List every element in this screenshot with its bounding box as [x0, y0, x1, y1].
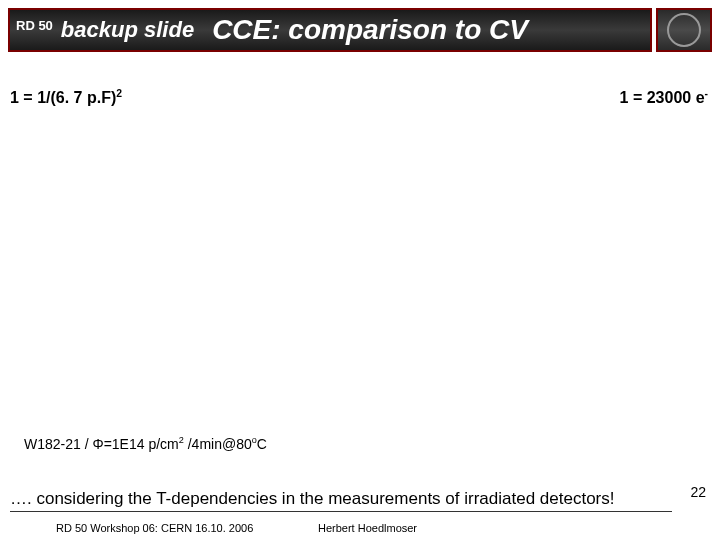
sample-spec-line: W182-21 / Φ=1E14 p/cm2 /4min@80oC	[24, 435, 267, 452]
slide-title: CCE: comparison to CV	[212, 14, 528, 46]
left-eq-exponent: 2	[116, 88, 122, 99]
right-eq-sup: -	[705, 88, 708, 99]
footer-author: Herbert Hoedlmoser	[318, 522, 417, 534]
cern-logo	[656, 8, 712, 52]
title-bar: RD 50 backup slide CCE: comparison to CV	[8, 8, 652, 52]
sample-p2: /4min@80	[184, 436, 252, 452]
backup-slide-label: backup slide	[61, 17, 194, 43]
left-eq-base: 1 = 1/(6. 7 p.F)	[10, 89, 116, 106]
footnote-text: …. considering the T-dependencies in the…	[10, 488, 672, 512]
footer-event: RD 50 Workshop 06: CERN 16.10. 2006	[56, 522, 253, 534]
sample-p3: C	[257, 436, 267, 452]
right-equation: 1 = 23000 e-	[620, 88, 708, 107]
rd50-badge: RD 50	[16, 18, 53, 33]
sample-p1: W182-21 / Φ=1E14 p/cm	[24, 436, 179, 452]
cern-logo-icon	[667, 13, 701, 47]
left-equation: 1 = 1/(6. 7 p.F)2	[10, 88, 122, 107]
right-eq-base: 1 = 23000 e	[620, 89, 705, 106]
page-number: 22	[690, 484, 706, 500]
